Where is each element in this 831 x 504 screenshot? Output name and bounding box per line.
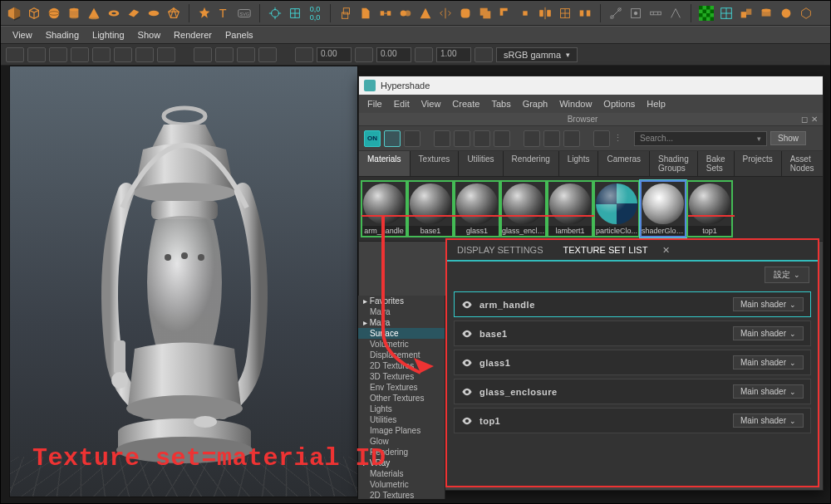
node-item-other-textures[interactable]: Other Textures <box>358 393 445 404</box>
xray-icon[interactable] <box>194 47 212 62</box>
swatch-glass_enclo[interactable]: glass_enclo... <box>500 180 547 237</box>
svg-tool-icon[interactable]: SVG <box>236 5 253 22</box>
bool-diff-icon[interactable] <box>497 5 514 22</box>
hs-tab-asset-nodes[interactable]: Asset Nodes <box>782 151 824 176</box>
extrude-icon[interactable] <box>337 5 354 22</box>
flip-icon[interactable] <box>437 5 454 22</box>
graph-mat-icon[interactable] <box>434 130 450 147</box>
bool-inter-icon[interactable] <box>517 5 534 22</box>
menu-shading[interactable]: Shading <box>46 30 79 40</box>
swatch-small-icon[interactable] <box>384 130 401 147</box>
swatch-large-icon[interactable] <box>404 130 420 147</box>
hs-tab-bake-sets[interactable]: Bake Sets <box>698 151 735 176</box>
motion-blur-icon[interactable] <box>237 47 255 62</box>
node-item-utilities[interactable]: Utilities <box>358 414 445 425</box>
hs-menu-graph[interactable]: Graph <box>523 99 548 109</box>
sphere-icon[interactable] <box>46 5 62 22</box>
node-item-maya[interactable]: Maya <box>358 306 445 317</box>
ao-icon[interactable] <box>215 47 234 62</box>
sort-az-icon[interactable] <box>524 130 540 147</box>
hs-menu-create[interactable]: Create <box>452 99 479 109</box>
hs-tab-shading-groups[interactable]: Shading Groups <box>650 151 698 176</box>
tab-display-settings[interactable]: DISPLAY SETTINGS <box>447 240 553 260</box>
node-item-surface[interactable]: Surface <box>358 328 445 339</box>
swatch-glass1[interactable]: glass1 <box>454 180 500 237</box>
shader-dropdown[interactable]: Main shader⌄ <box>733 297 804 311</box>
hs-menu-window[interactable]: Window <box>559 99 592 109</box>
lights-icon[interactable] <box>135 47 154 62</box>
gain-icon[interactable] <box>415 47 433 62</box>
texture-set-row-arm_handle[interactable]: arm_handleMain shader⌄ <box>454 291 811 317</box>
cube-icon[interactable] <box>6 5 22 22</box>
hs-tab-rendering[interactable]: Rendering <box>504 151 559 176</box>
graph-output-icon[interactable] <box>474 130 490 147</box>
viewport[interactable] <box>9 66 358 497</box>
shader-dropdown[interactable]: Main shader⌄ <box>733 413 804 428</box>
node-item-volumetric[interactable]: Volumetric <box>358 339 445 350</box>
offset-field[interactable]: 0.00 <box>376 47 411 62</box>
menu-panels[interactable]: Panels <box>225 30 253 40</box>
swatch-arm_handle[interactable]: arm_handle <box>361 180 407 237</box>
hs-menu-file[interactable]: File <box>367 99 382 109</box>
graph-clear-icon[interactable] <box>494 130 510 147</box>
node-item-env-textures[interactable]: Env Textures <box>358 382 445 393</box>
star-icon[interactable] <box>196 5 213 22</box>
settings-dropdown[interactable]: 設定⌄ <box>765 267 809 283</box>
swatch-lambert1[interactable]: lambert1 <box>547 180 593 237</box>
cam-bookmark-icon[interactable] <box>27 47 46 62</box>
aa-icon[interactable] <box>258 47 277 62</box>
visibility-eye-icon[interactable] <box>461 328 473 340</box>
torus-icon[interactable] <box>106 5 122 22</box>
show-button[interactable]: Show <box>770 131 806 145</box>
snap-zero-icon[interactable]: 0,00,0 <box>307 5 323 22</box>
snap-axis-icon[interactable] <box>267 5 283 22</box>
uv-editor-icon[interactable] <box>718 5 735 22</box>
separate-icon[interactable] <box>577 5 593 22</box>
text-tool-icon[interactable]: T <box>216 5 233 22</box>
snap-grid-icon[interactable] <box>287 5 303 22</box>
multicut-icon[interactable] <box>607 5 624 22</box>
shader-dropdown[interactable]: Main shader⌄ <box>733 355 804 369</box>
hypershade-search[interactable]: Search...▾ <box>634 131 767 146</box>
node-item-favorites[interactable]: ▸ Favorites <box>358 296 445 306</box>
uv-sphere-icon[interactable] <box>778 5 794 22</box>
plane-icon[interactable] <box>125 5 142 22</box>
close-icon[interactable]: ✕ <box>662 245 670 256</box>
hs-tab-cameras[interactable]: Cameras <box>598 151 650 176</box>
node-item-maya[interactable]: ▸ Maya <box>358 317 445 328</box>
bevel-icon[interactable] <box>357 5 374 22</box>
bridge-icon[interactable] <box>377 5 394 22</box>
gain-field[interactable]: 1.00 <box>436 47 471 62</box>
bin-icon[interactable] <box>593 130 610 147</box>
node-item-2d-textures[interactable]: 2D Textures <box>358 360 445 371</box>
hs-tab-lights[interactable]: Lights <box>559 151 599 176</box>
colorspace-dropdown[interactable]: sRGB gamma▾ <box>496 47 578 62</box>
hs-menu-tabs[interactable]: Tabs <box>491 99 510 109</box>
menu-lighting[interactable]: Lighting <box>92 30 125 40</box>
hs-menu-edit[interactable]: Edit <box>394 99 410 109</box>
graph-input-icon[interactable] <box>454 130 470 147</box>
work-area-on-icon[interactable]: ON <box>364 130 381 147</box>
node-item-2d-textures[interactable]: 2D Textures <box>358 490 445 499</box>
gamma-icon[interactable] <box>355 47 373 62</box>
iso-select-icon[interactable] <box>49 47 67 62</box>
node-item-lights[interactable]: Lights <box>358 404 445 414</box>
uv-cyl-icon[interactable] <box>758 5 774 22</box>
visibility-eye-icon[interactable] <box>461 415 473 427</box>
disc-icon[interactable] <box>145 5 162 22</box>
target-weld-icon[interactable] <box>627 5 644 22</box>
exposure-icon[interactable] <box>295 47 313 62</box>
uv-planar-icon[interactable] <box>738 5 755 22</box>
crease-icon[interactable] <box>667 5 684 22</box>
exposure-field[interactable]: 0.00 <box>317 47 352 62</box>
platonic-icon[interactable] <box>165 5 182 22</box>
node-item-volumetric[interactable]: Volumetric <box>358 479 445 490</box>
visibility-eye-icon[interactable] <box>461 386 473 398</box>
swatch-shaderGlow1[interactable]: shaderGlow1 <box>640 180 686 237</box>
hypershade-titlebar[interactable]: Hypershade <box>359 76 823 95</box>
hs-menu-options[interactable]: Options <box>603 99 635 109</box>
visibility-eye-icon[interactable] <box>461 357 473 369</box>
smooth-icon[interactable] <box>457 5 474 22</box>
hs-tab-projects[interactable]: Projects <box>735 151 782 176</box>
shadows-icon[interactable] <box>157 47 175 62</box>
